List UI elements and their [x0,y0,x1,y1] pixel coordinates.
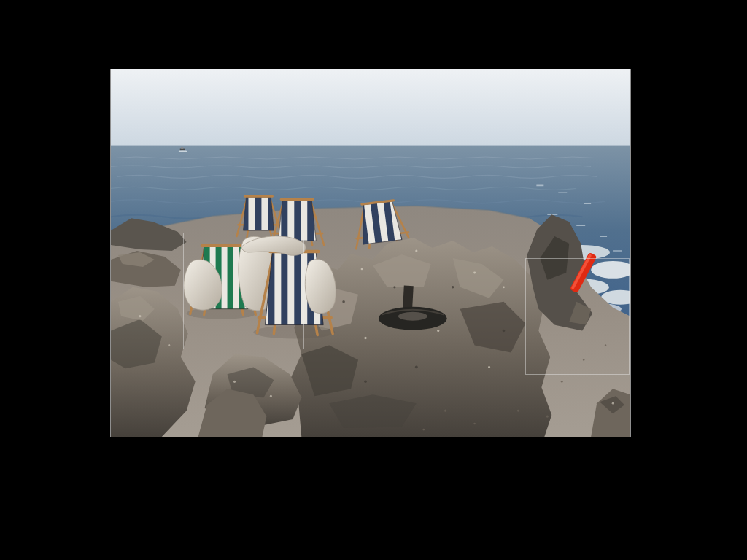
selection-rectangle-right[interactable] [525,258,630,375]
selection-rectangle-left[interactable] [183,233,304,349]
photo-viewer-screen: { "app": { "background_color": "#000000"… [0,0,747,560]
photo-canvas[interactable] [110,69,631,438]
sky [111,69,630,149]
bottom-toolbar [0,481,747,560]
